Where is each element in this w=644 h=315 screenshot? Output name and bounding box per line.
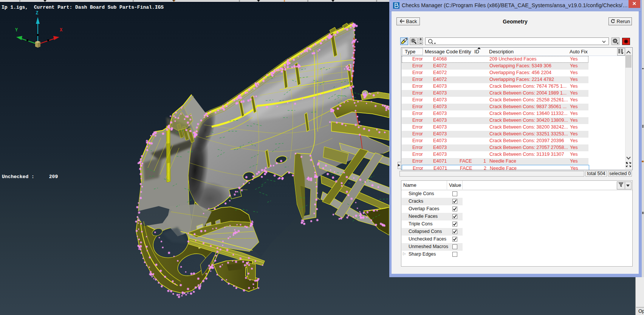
svg-text:X: X (60, 28, 63, 33)
svg-text:Y: Y (15, 28, 18, 33)
svg-text:Z: Z (36, 11, 38, 16)
